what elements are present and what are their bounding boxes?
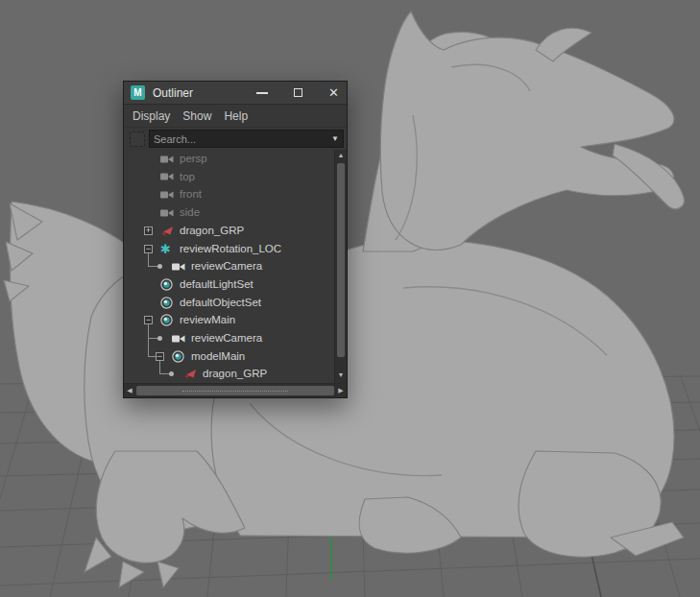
- tree-item-label: side: [180, 203, 200, 222]
- tree-item-label: modelMain: [191, 347, 245, 366]
- leaf-bullet: [157, 336, 162, 341]
- tree-connector-line: [148, 356, 157, 357]
- set-icon: [160, 311, 173, 329]
- locator-icon: ✱: [160, 240, 171, 258]
- search-box: ▼: [149, 130, 344, 148]
- tree-connector-line: [148, 266, 157, 267]
- window-title: Outliner: [153, 86, 193, 100]
- tree-connector-line: [159, 373, 169, 374]
- camera-icon: [172, 257, 185, 275]
- menu-bar: Display Show Help: [124, 105, 347, 128]
- tree-item-label: front: [180, 185, 202, 203]
- search-row: ▼: [124, 128, 347, 150]
- scroll-grip: [182, 391, 288, 392]
- transform-group-icon: [183, 365, 197, 383]
- tree-item-reviewMain-9[interactable]: −reviewMain: [124, 311, 334, 329]
- scroll-right-icon[interactable]: ▶: [335, 384, 347, 397]
- menu-help[interactable]: Help: [224, 109, 248, 123]
- vertical-scroll-thumb[interactable]: [337, 163, 345, 357]
- tree-connector-line: [148, 338, 157, 339]
- transform-group-icon: [160, 222, 174, 240]
- menu-show[interactable]: Show: [182, 109, 211, 123]
- set-icon: [160, 294, 173, 312]
- camera-icon: [172, 329, 185, 347]
- maya-app-icon: M: [131, 85, 145, 100]
- tree-item-label: reviewMain: [180, 311, 235, 329]
- tree-connector-line: [148, 324, 149, 356]
- tree-item-label: persp: [180, 150, 207, 168]
- tree-item-top-1[interactable]: top: [124, 168, 334, 186]
- scroll-left-icon[interactable]: ◀: [124, 384, 135, 397]
- tree-item-dragon_GRP-4[interactable]: +dragon_GRP: [124, 222, 334, 240]
- tree-connector-line: [148, 253, 149, 267]
- leaf-bullet: [169, 371, 174, 376]
- vertical-scrollbar[interactable]: ▲ ▼: [334, 150, 347, 383]
- tree-item-front-2[interactable]: front: [124, 185, 334, 203]
- viewport-canvas: [0, 0, 700, 597]
- scroll-up-icon[interactable]: ▲: [335, 150, 347, 161]
- tree-item-label: top: [180, 168, 195, 186]
- set-icon: [160, 275, 173, 294]
- collapse-icon[interactable]: −: [144, 316, 153, 324]
- tree-item-dragon_GRP-12[interactable]: dragon_GRP: [124, 365, 334, 383]
- camera-icon: [160, 168, 174, 186]
- search-dropdown-icon[interactable]: ▼: [331, 131, 343, 147]
- tree-item-defaultObjectSet-8[interactable]: defaultObjectSet: [124, 294, 334, 312]
- tree-item-side-3[interactable]: side: [124, 203, 334, 222]
- camera-icon: [160, 150, 174, 168]
- camera-icon: [160, 203, 174, 222]
- horizontal-scrollbar[interactable]: ◀ ▶: [124, 383, 347, 397]
- menu-display[interactable]: Display: [133, 109, 170, 123]
- tree-item-label: reviewCamera: [191, 329, 262, 347]
- outliner-tree: ▲ ▼ persptopfrontside+dragon_GRP−✱review…: [124, 150, 347, 383]
- tree-item-label: dragon_GRP: [180, 222, 244, 240]
- tree-item-label: dragon_GRP: [203, 365, 267, 383]
- close-button[interactable]: ✕: [328, 87, 339, 99]
- tree-item-defaultLightSet-7[interactable]: defaultLightSet: [124, 275, 334, 294]
- tree-item-label: reviewRotation_LOC: [180, 240, 281, 258]
- camera-icon: [160, 185, 174, 203]
- outliner-window: M Outliner ✕ Display Show Help ▼ ▲ ▼ per…: [123, 81, 348, 398]
- maximize-button[interactable]: [294, 88, 302, 97]
- collapse-icon[interactable]: −: [144, 245, 153, 253]
- set-icon: [172, 347, 184, 366]
- tree-item-reviewRotation_LOC-5[interactable]: −✱reviewRotation_LOC: [124, 240, 334, 258]
- viewport[interactable]: [0, 0, 700, 597]
- tree-item-label: defaultLightSet: [180, 275, 253, 294]
- tree-item-label: reviewCamera: [191, 257, 262, 275]
- expand-icon[interactable]: +: [144, 227, 153, 235]
- leaf-bullet: [157, 264, 162, 269]
- title-bar[interactable]: M Outliner ✕: [124, 82, 347, 105]
- tree-connector-line: [159, 361, 160, 374]
- tree-item-label: defaultObjectSet: [180, 294, 261, 312]
- tree-item-persp-0[interactable]: persp: [124, 150, 334, 168]
- search-input[interactable]: [150, 133, 331, 145]
- filter-icon[interactable]: [130, 131, 145, 147]
- scroll-down-icon[interactable]: ▼: [335, 370, 347, 381]
- minimize-button[interactable]: [256, 92, 268, 94]
- horizontal-scroll-thumb[interactable]: [136, 386, 334, 395]
